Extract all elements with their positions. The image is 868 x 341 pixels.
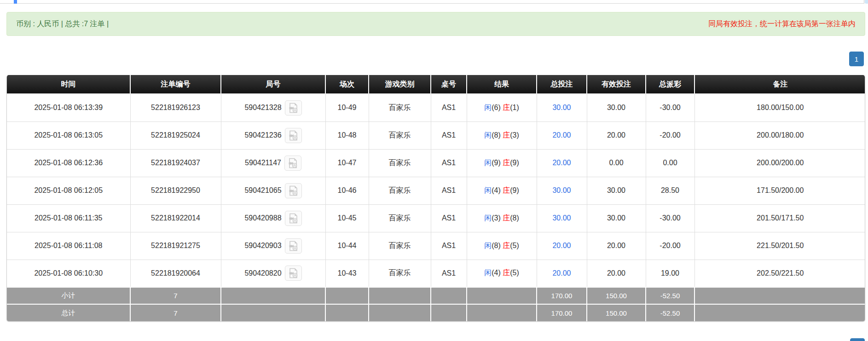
subtotal-valid-bet: 150.00 <box>587 287 646 304</box>
col-header-result: 结果 <box>467 75 537 94</box>
round-replay-button[interactable] <box>284 156 301 171</box>
round-no-value: 590421328 <box>244 104 281 112</box>
remark-cell: 180.00/150.00 <box>694 94 865 121</box>
banker-result-label: 庄 <box>503 242 510 249</box>
banker-result-label: 庄 <box>503 104 510 111</box>
result-cell: 闲(6) 庄(1) <box>467 94 537 121</box>
payout-cell: -30.00 <box>646 204 694 232</box>
video-film-icon <box>288 185 299 196</box>
valid-bet-cell: 20.00 <box>587 121 646 149</box>
round-no-value: 590420903 <box>244 242 281 250</box>
subtotal-payout: -52.50 <box>646 287 694 304</box>
payout-cell: -20.00 <box>646 232 694 260</box>
round-replay-button[interactable] <box>285 183 302 198</box>
valid-bet-cell: 30.00 <box>587 177 646 204</box>
player-result-points: (9) <box>492 159 501 167</box>
game-type-cell: 百家乐 <box>369 232 431 260</box>
player-result-points: (6) <box>492 104 501 111</box>
banker-result-points: (9) <box>510 159 519 167</box>
time-cell: 2025-01-08 06:11:08 <box>7 232 130 260</box>
col-header-remark: 备注 <box>694 75 865 94</box>
remark-cell: 171.50/200.00 <box>694 177 865 204</box>
remark-cell: 202.50/221.50 <box>694 260 865 287</box>
total-bet-cell: 30.00 <box>537 204 587 232</box>
result-cell: 闲(9) 庄(9) <box>467 149 537 177</box>
table-row: 2025-01-08 06:11:08 522181921275 5904209… <box>7 232 865 260</box>
total-row: 总计 7 170.00 150.00 -52.50 <box>7 304 865 321</box>
total-count: 7 <box>130 304 221 321</box>
round-no-value: 590421236 <box>244 131 281 139</box>
banker-result-points: (3) <box>510 131 519 139</box>
round-replay-button[interactable] <box>285 211 302 226</box>
time-cell: 2025-01-08 06:10:30 <box>7 260 130 287</box>
total-bet-link[interactable]: 20.00 <box>552 131 571 139</box>
player-result-points: (3) <box>492 214 501 222</box>
player-result-label: 闲 <box>484 131 492 139</box>
round-no-cell: 590420903 <box>221 232 325 260</box>
round-replay-button[interactable] <box>285 128 302 143</box>
subtotal-total-bet: 170.00 <box>537 287 587 304</box>
video-film-icon <box>288 241 299 251</box>
valid-bet-cell: 0.00 <box>587 149 646 177</box>
table-no-cell: AS1 <box>431 149 467 177</box>
total-bet-cell: 30.00 <box>537 177 587 204</box>
subtotal-count: 7 <box>130 287 221 304</box>
video-film-icon <box>288 130 299 141</box>
game-type-cell: 百家乐 <box>369 260 431 287</box>
bet-records-panel: 时间 注单编号 局号 场次 游戏类别 桌号 结果 总投注 有效投注 总派彩 备注… <box>6 75 865 322</box>
col-header-valid-bet: 有效投注 <box>587 75 646 94</box>
banker-result-label: 庄 <box>503 214 510 222</box>
total-bet-link[interactable]: 30.00 <box>552 214 571 222</box>
round-replay-button[interactable] <box>285 238 302 254</box>
total-bet-link[interactable]: 20.00 <box>552 159 571 167</box>
pagination-page-button-bottom[interactable]: 1 <box>850 338 865 341</box>
player-result-points: (4) <box>492 269 501 277</box>
col-header-game-type: 游戏类别 <box>369 75 431 94</box>
banker-result-points: (8) <box>510 214 519 222</box>
valid-bet-cell: 20.00 <box>587 260 646 287</box>
time-cell: 2025-01-08 06:11:35 <box>7 204 130 232</box>
total-total-bet: 170.00 <box>537 304 587 321</box>
video-film-icon <box>288 103 299 113</box>
banker-result-points: (5) <box>510 269 519 277</box>
round-replay-button[interactable] <box>285 266 302 281</box>
round-no-value: 590420820 <box>244 269 281 277</box>
col-header-round-no: 局号 <box>221 75 325 94</box>
remark-cell: 200.00/200.00 <box>694 149 865 177</box>
summary-alert-bar: 币别 : 人民币 | 总共 :7 注单 | 同局有效投注，统一计算在该局第一张注… <box>6 12 865 36</box>
payout-cell: 0.00 <box>646 149 694 177</box>
round-replay-button[interactable] <box>285 100 302 116</box>
round-no-cell: 590421147 <box>221 149 325 177</box>
table-row: 2025-01-08 06:13:39 522181926123 5904213… <box>7 94 865 121</box>
result-cell: 闲(8) 庄(5) <box>467 232 537 260</box>
table-no-cell: AS1 <box>431 177 467 204</box>
focused-input-edge <box>14 0 17 4</box>
bet-no-cell: 522181921275 <box>130 232 221 260</box>
time-cell: 2025-01-08 06:12:05 <box>7 177 130 204</box>
banker-result-label: 庄 <box>503 131 510 139</box>
bet-no-cell: 522181924037 <box>130 149 221 177</box>
session-cell: 10-48 <box>325 121 369 149</box>
time-cell: 2025-01-08 06:13:05 <box>7 121 130 149</box>
table-no-cell: AS1 <box>431 204 467 232</box>
total-bet-link[interactable]: 20.00 <box>552 242 571 249</box>
round-no-value: 590421065 <box>244 186 281 195</box>
bet-no-cell: 522181922950 <box>130 177 221 204</box>
round-no-cell: 590421236 <box>221 121 325 149</box>
valid-bet-cell: 30.00 <box>587 94 646 121</box>
video-film-icon <box>288 213 299 224</box>
session-cell: 10-44 <box>325 232 369 260</box>
pagination-page-button-top[interactable]: 1 <box>849 52 864 66</box>
valid-bet-cell: 20.00 <box>587 232 646 260</box>
valid-bet-cell: 30.00 <box>587 204 646 232</box>
remark-cell: 201.50/171.50 <box>694 204 865 232</box>
col-header-payout: 总派彩 <box>646 75 694 94</box>
banker-result-points: (1) <box>510 104 519 111</box>
player-result-label: 闲 <box>484 269 492 277</box>
total-bet-link[interactable]: 20.00 <box>552 269 571 277</box>
total-bet-link[interactable]: 30.00 <box>552 186 571 194</box>
result-cell: 闲(4) 庄(9) <box>467 177 537 204</box>
total-bet-link[interactable]: 30.00 <box>552 104 571 111</box>
table-no-cell: AS1 <box>431 121 467 149</box>
banker-result-label: 庄 <box>503 159 510 167</box>
